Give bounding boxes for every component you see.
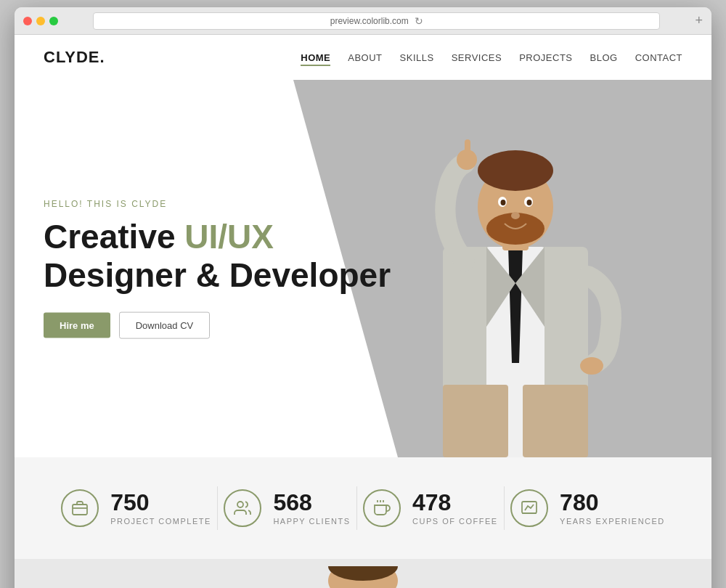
stat-divider-1 bbox=[217, 486, 218, 530]
download-cv-button[interactable]: Download CV bbox=[119, 311, 211, 338]
svg-point-10 bbox=[527, 200, 532, 205]
browser-window: preview.colorlib.com ↻ + CLYDE. HOME ABO… bbox=[15, 7, 711, 588]
person-svg bbox=[392, 94, 639, 457]
new-tab-button[interactable]: + bbox=[695, 13, 703, 28]
stat-info-projects: 750 PROJECT COMPLETE bbox=[110, 491, 211, 526]
stat-info-clients: 568 HAPPY CLIENTS bbox=[273, 491, 350, 526]
stat-item-projects: 750 PROJECT COMPLETE bbox=[61, 489, 211, 527]
address-bar[interactable]: preview.colorlib.com ↻ bbox=[93, 12, 660, 30]
stat-label-clients: HAPPY CLIENTS bbox=[273, 517, 350, 526]
hero-content: HELLO! THIS IS CLYDE Creative UI/UX Desi… bbox=[44, 199, 391, 339]
about-person-svg bbox=[261, 566, 465, 588]
nav-item-contact[interactable]: CONTACT bbox=[635, 52, 682, 63]
hero-title-line1-prefix: Creative bbox=[44, 218, 184, 256]
chart-icon bbox=[510, 489, 548, 527]
nav-item-projects[interactable]: PROJECTS bbox=[519, 52, 572, 63]
svg-point-21 bbox=[237, 502, 243, 507]
hero-title-line2: Designer & Developer bbox=[44, 256, 391, 294]
svg-point-14 bbox=[580, 357, 603, 375]
svg-rect-13 bbox=[465, 139, 470, 161]
reload-icon[interactable]: ↻ bbox=[415, 15, 423, 27]
coffee-icon bbox=[363, 489, 401, 527]
stat-item-experience: 780 YEARS EXPERIENCED bbox=[510, 489, 665, 527]
stat-number-experience: 780 bbox=[560, 491, 665, 514]
stat-label-coffee: CUPS OF COFFEE bbox=[412, 517, 498, 526]
hire-me-button[interactable]: Hire me bbox=[44, 312, 110, 338]
stat-number-coffee: 478 bbox=[412, 491, 498, 514]
site-header: CLYDE. HOME ABOUT SKILLS SERVICES PROJEC… bbox=[15, 35, 711, 80]
browser-toolbar: preview.colorlib.com ↻ + bbox=[15, 7, 711, 35]
stats-section: 750 PROJECT COMPLETE 568 HAPPY bbox=[15, 457, 711, 559]
stat-info-coffee: 478 CUPS OF COFFEE bbox=[412, 491, 498, 526]
stat-number-clients: 568 bbox=[273, 491, 350, 514]
svg-point-5 bbox=[478, 150, 553, 191]
svg-point-8 bbox=[501, 200, 506, 205]
nav-item-home[interactable]: HOME bbox=[301, 52, 330, 63]
svg-rect-19 bbox=[73, 505, 87, 515]
about-preview-section bbox=[15, 559, 711, 588]
svg-point-11 bbox=[511, 212, 520, 219]
users-icon bbox=[224, 489, 261, 527]
nav-item-services[interactable]: SERVICES bbox=[452, 52, 502, 63]
close-button[interactable] bbox=[23, 17, 32, 25]
stat-label-experience: YEARS EXPERIENCED bbox=[560, 517, 665, 526]
stat-number-projects: 750 bbox=[110, 491, 211, 514]
stat-divider-2 bbox=[356, 486, 357, 530]
stat-info-experience: 780 YEARS EXPERIENCED bbox=[560, 491, 665, 526]
minimize-button[interactable] bbox=[36, 17, 45, 25]
stat-item-coffee: 478 CUPS OF COFFEE bbox=[363, 489, 498, 527]
stat-item-clients: 568 HAPPY CLIENTS bbox=[224, 489, 350, 527]
hero-greeting: HELLO! THIS IS CLYDE bbox=[44, 199, 391, 209]
stat-label-projects: PROJECT COMPLETE bbox=[110, 517, 211, 526]
website-content: CLYDE. HOME ABOUT SKILLS SERVICES PROJEC… bbox=[15, 35, 711, 588]
hero-title: Creative UI/UX Designer & Developer bbox=[44, 218, 391, 295]
svg-rect-16 bbox=[523, 385, 588, 457]
browser-dots bbox=[23, 17, 58, 25]
maximize-button[interactable] bbox=[49, 17, 58, 25]
nav-item-blog[interactable]: BLOG bbox=[590, 52, 618, 63]
svg-rect-15 bbox=[443, 385, 508, 457]
nav-item-skills[interactable]: SKILLS bbox=[400, 52, 434, 63]
hero-section: HELLO! THIS IS CLYDE Creative UI/UX Desi… bbox=[15, 80, 711, 457]
hero-buttons: Hire me Download CV bbox=[44, 311, 391, 338]
briefcase-icon bbox=[61, 489, 99, 527]
nav-item-about[interactable]: ABOUT bbox=[348, 52, 382, 63]
hero-title-highlight: UI/UX bbox=[184, 218, 274, 256]
hero-person-image bbox=[378, 87, 653, 457]
site-logo: CLYDE. bbox=[44, 48, 105, 67]
site-nav: HOME ABOUT SKILLS SERVICES PROJECTS BLOG… bbox=[301, 52, 682, 63]
url-text: preview.colorlib.com bbox=[330, 16, 409, 26]
stat-divider-3 bbox=[504, 486, 505, 530]
